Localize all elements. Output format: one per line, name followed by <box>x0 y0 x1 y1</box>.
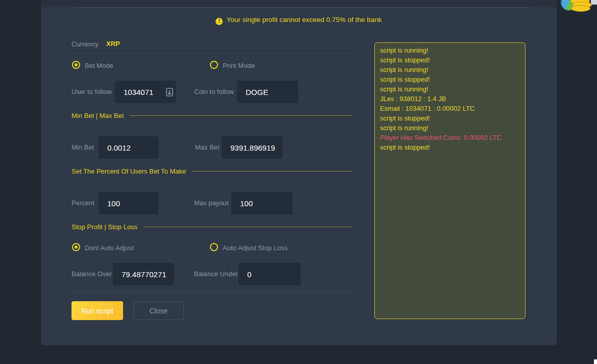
auto-adjust-stop-loss-radio[interactable] <box>210 243 218 251</box>
section-line <box>130 115 352 116</box>
divider <box>71 53 352 54</box>
currency-label: Currency <box>71 40 99 48</box>
balance-under-input[interactable] <box>238 263 301 285</box>
log-line: script is running! <box>380 123 520 133</box>
section-min-max: Min Bet | Max Bet <box>71 112 352 119</box>
cutoff-ui-corner <box>591 0 597 5</box>
divider <box>71 292 352 293</box>
coin-to-follow-input[interactable] <box>237 81 298 103</box>
page: !Your single profit cannot exceed 0.75% … <box>0 0 597 364</box>
max-payout-label: Max payout <box>194 192 228 214</box>
print-mode-radio[interactable] <box>210 61 218 69</box>
log-line: Player Has Switched Coins: 0.00002 LTC <box>380 133 520 142</box>
section-percent: Set The Percent Of Users Bet To Make <box>71 167 352 175</box>
script-log-panel[interactable]: script is running!script is stopped!scri… <box>374 42 526 319</box>
log-line: script is running! <box>380 45 520 55</box>
section-percent-title: Set The Percent Of Users Bet To Make <box>71 167 186 175</box>
log-line: script is running! <box>380 65 520 75</box>
bet-mode-radio[interactable] <box>72 61 80 69</box>
min-bet-input[interactable] <box>99 136 158 159</box>
profit-warning-text: Your single profit cannot exceed 0.75% o… <box>226 16 381 23</box>
balance-over-input[interactable] <box>113 263 174 285</box>
run-script-button[interactable]: Run script <box>71 301 123 320</box>
modal-header-divider <box>73 7 529 8</box>
section-stop-title: Stop Profit | Stop Loss <box>71 223 137 231</box>
log-line: script is running! <box>380 84 520 94</box>
dont-auto-adjust-label[interactable]: Dont Auto Adjust <box>85 244 134 252</box>
info-icon: ! <box>216 18 223 25</box>
currency-value[interactable]: XRP <box>106 40 120 47</box>
log-line: script is stopped! <box>380 113 520 123</box>
log-line: script is stopped! <box>380 75 520 84</box>
print-mode-label[interactable]: Print Mode <box>223 62 255 69</box>
bet-mode-label[interactable]: Bet Mode <box>85 62 113 69</box>
percent-label: Percent <box>71 192 94 214</box>
script-settings-modal: !Your single profit cannot exceed 0.75% … <box>41 0 557 345</box>
user-to-follow-input[interactable] <box>115 81 176 103</box>
section-line <box>144 227 352 227</box>
section-stop: Stop Profit | Stop Loss <box>71 223 352 231</box>
coin-icon <box>571 5 590 12</box>
balance-over-label: Balance Over <box>71 263 112 285</box>
max-payout-input[interactable] <box>231 192 293 214</box>
auto-adjust-stop-loss-label[interactable]: Auto Adjust Stop Loss <box>223 244 288 252</box>
max-bet-input[interactable] <box>222 136 282 159</box>
scrollbar-corner <box>594 359 597 364</box>
coin-to-follow-label: Coin to follow <box>194 81 234 103</box>
log-line: script is stopped! <box>380 55 520 65</box>
close-button[interactable]: Close <box>133 301 184 320</box>
log-line: Esmail : 1034071 : 0.00002 LTC <box>380 104 520 113</box>
dont-auto-adjust-radio[interactable] <box>72 243 80 251</box>
balance-under-label: Balance Under <box>194 263 238 285</box>
section-min-max-title: Min Bet | Max Bet <box>71 112 124 119</box>
log-line: JLes : 938012 : 1.4 JB <box>380 94 520 104</box>
user-to-follow-label: User to follow <box>71 81 112 103</box>
percent-input[interactable] <box>99 192 158 214</box>
profit-warning: !Your single profit cannot exceed 0.75% … <box>41 16 557 25</box>
min-bet-label: Min Bet <box>71 136 94 159</box>
section-line <box>192 171 352 172</box>
log-line: script is stopped! <box>380 142 520 152</box>
modal-header-band <box>41 0 557 7</box>
max-bet-label: Max Bet <box>195 136 220 159</box>
